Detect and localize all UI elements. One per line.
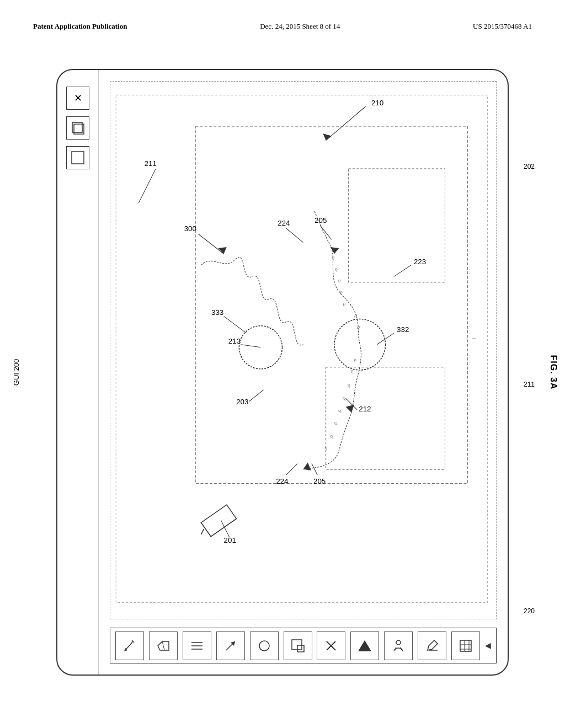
toolbar-rect-edit[interactable]	[284, 631, 312, 660]
toolbar-grid[interactable]	[451, 631, 480, 660]
svg-line-7	[138, 169, 156, 203]
toolbar-expand-arrow[interactable]: ◀	[485, 641, 491, 650]
svg-line-29	[249, 390, 264, 402]
svg-text:203: 203	[236, 398, 248, 406]
svg-line-33	[312, 464, 317, 475]
canvas-svg: 210 211 300 224	[110, 82, 496, 619]
svg-rect-2	[72, 152, 84, 164]
svg-text:ρ: ρ	[328, 433, 334, 438]
toolbar-pencil[interactable]	[115, 631, 144, 660]
svg-rect-20	[326, 367, 445, 469]
svg-text:332: 332	[397, 325, 409, 334]
device-main: 210 211 300 224	[99, 70, 508, 675]
svg-text:205: 205	[313, 477, 326, 485]
toolbar-write[interactable]	[418, 631, 446, 660]
svg-text:ρ: ρ	[346, 382, 351, 388]
svg-text:ρ: ρ	[354, 312, 358, 318]
svg-rect-72	[297, 645, 304, 652]
svg-line-4	[326, 106, 366, 141]
toolbar-triangle[interactable]	[350, 631, 379, 660]
toolbar-circle[interactable]	[250, 631, 279, 660]
svg-text:211: 211	[145, 159, 157, 168]
svg-line-58	[201, 529, 204, 534]
toolbar-eraser[interactable]	[149, 631, 178, 660]
svg-rect-57	[201, 505, 236, 537]
svg-line-23	[224, 316, 247, 333]
svg-line-13	[286, 228, 303, 243]
svg-text:333: 333	[211, 308, 223, 317]
ref-202: 202	[524, 163, 535, 170]
svg-text:300: 300	[184, 224, 196, 233]
ref-211-right: 211	[524, 381, 535, 388]
bottom-toolbar: ◀	[110, 628, 497, 663]
svg-text:ρ: ρ	[340, 395, 347, 400]
svg-text:ρ: ρ	[349, 368, 354, 374]
svg-text:ρ: ρ	[336, 408, 342, 413]
svg-line-21	[377, 333, 394, 345]
svg-text:212: 212	[359, 405, 371, 413]
svg-marker-75	[358, 640, 371, 651]
date-sheet-label: Dec. 24, 2015 Sheet 8 of 14	[260, 22, 340, 31]
toolbar-arrow[interactable]	[216, 631, 245, 660]
svg-line-31	[286, 464, 298, 475]
svg-text:223: 223	[414, 258, 426, 266]
svg-text:ρ: ρ	[331, 254, 335, 260]
svg-marker-41	[303, 463, 311, 470]
svg-line-10	[198, 234, 223, 254]
svg-text:ρ: ρ	[338, 277, 342, 283]
svg-text:224: 224	[278, 219, 290, 227]
svg-text:ρ: ρ	[353, 356, 357, 362]
svg-rect-9	[195, 126, 467, 484]
svg-text:210: 210	[371, 99, 383, 107]
svg-marker-39	[331, 247, 339, 254]
sidebar-close-icon[interactable]: ✕	[66, 87, 89, 110]
svg-rect-80	[460, 640, 471, 651]
page-header: Patent Application Publication Dec. 24, …	[33, 22, 532, 31]
svg-text:201: 201	[224, 537, 236, 545]
svg-text:ρ: ρ	[334, 266, 338, 272]
svg-line-17	[394, 265, 411, 277]
svg-rect-71	[292, 640, 302, 650]
svg-text:ρ: ρ	[323, 445, 328, 451]
svg-text:205: 205	[315, 216, 327, 224]
svg-text:ρ: ρ	[332, 420, 338, 425]
svg-rect-19	[349, 169, 445, 282]
gui-200-label: GUI 200	[12, 359, 20, 386]
canvas-area[interactable]: 210 211 300 224	[110, 81, 497, 619]
svg-text:224: 224	[276, 477, 289, 485]
figure-container: GUI 200 FIG. 3A 202 211 220 ✕	[33, 61, 532, 684]
svg-text:213: 213	[228, 337, 241, 345]
svg-line-60	[125, 641, 133, 650]
svg-text:ρ: ρ	[343, 301, 347, 307]
toolbar-person[interactable]	[384, 631, 413, 660]
sidebar-rect-icon[interactable]	[66, 146, 89, 169]
svg-line-64	[162, 641, 164, 650]
svg-text:ρ: ρ	[340, 289, 343, 295]
patent-number-label: US 2015/370468 A1	[473, 22, 532, 31]
svg-point-76	[396, 640, 401, 645]
publication-label: Patent Application Publication	[33, 22, 127, 31]
svg-line-25	[241, 345, 260, 347]
svg-line-15	[320, 226, 332, 240]
svg-point-70	[259, 641, 269, 651]
sidebar-layers-icon[interactable]	[66, 116, 89, 140]
toolbar-close[interactable]	[317, 631, 345, 660]
toolbar-lines[interactable]	[183, 631, 211, 660]
device-frame: ✕	[56, 69, 509, 676]
svg-rect-3	[116, 95, 487, 602]
ref-220: 220	[524, 607, 535, 615]
svg-text:ρ: ρ	[356, 324, 361, 330]
fig-3a-label: FIG. 3A	[548, 355, 558, 389]
svg-marker-40	[346, 405, 354, 413]
device-sidebar: ✕	[57, 70, 99, 675]
